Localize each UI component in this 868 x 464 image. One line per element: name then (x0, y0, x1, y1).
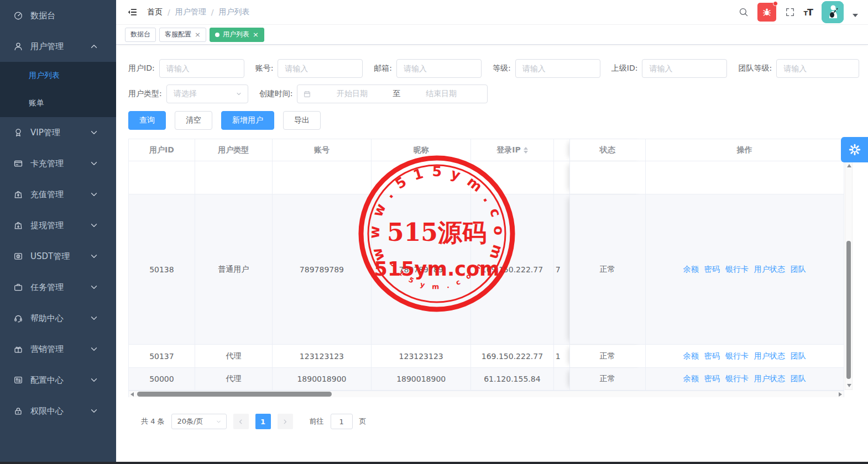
sidebar-item-withdraw-management[interactable]: 提现管理 (0, 210, 116, 241)
account-input[interactable] (278, 59, 363, 78)
cell-nickname: 1890018900 (372, 368, 471, 390)
user-status-link[interactable]: 用户状态 (754, 374, 785, 384)
scroll-up-arrow-icon[interactable] (847, 164, 851, 167)
user-id-input[interactable] (159, 59, 244, 78)
vertical-scrollbar[interactable] (845, 161, 853, 390)
balance-link[interactable]: 余额 (683, 265, 699, 275)
tab-customer-service-config[interactable]: 客服配置 × (159, 28, 206, 42)
sidebar-item-label: 提现管理 (30, 220, 64, 231)
sidebar-item-bills[interactable]: 账单 (0, 89, 116, 117)
fullscreen-icon[interactable] (785, 7, 795, 17)
total-count: 共 4 条 (141, 416, 165, 426)
clear-button[interactable]: 清空 (175, 111, 212, 130)
close-icon[interactable]: × (253, 30, 259, 39)
bug-report-button[interactable] (757, 3, 776, 22)
goto-page-input[interactable] (331, 414, 353, 429)
chevron-down-icon (216, 419, 222, 425)
prev-page-button[interactable] (233, 414, 249, 429)
user-status-link[interactable]: 用户状态 (754, 265, 785, 275)
horizontal-scrollbar[interactable] (129, 391, 844, 397)
sidebar-item-usdt-management[interactable]: USDT管理 (0, 241, 116, 272)
export-button[interactable]: 导出 (283, 111, 321, 130)
next-page-button[interactable] (278, 414, 293, 429)
chevron-down-icon (89, 282, 99, 292)
user-type-select[interactable]: 请选择 (166, 85, 248, 103)
permission-lock-icon (13, 406, 23, 416)
horizontal-scrollbar-thumb[interactable] (137, 392, 332, 397)
team-link[interactable]: 团队 (791, 265, 806, 275)
parent-id-input[interactable] (642, 59, 727, 78)
col-login-ip[interactable]: 登录IP (471, 139, 554, 161)
scroll-right-arrow-icon[interactable] (839, 392, 842, 397)
sidebar-item-label: 卡充管理 (30, 159, 64, 169)
sidebar-item-marketing-management[interactable]: 营销管理 (0, 334, 116, 365)
chevron-down-icon (89, 313, 99, 323)
calendar-icon (303, 90, 311, 98)
sidebar-item-deposit-management[interactable]: 充值管理 (0, 179, 116, 210)
search-button[interactable]: 查询 (128, 111, 166, 130)
breadcrumb-user-management[interactable]: 用户管理 (175, 7, 206, 17)
font-size-icon[interactable]: TT (804, 7, 813, 18)
bank-card-link[interactable]: 银行卡 (725, 351, 749, 361)
password-link[interactable]: 密码 (704, 265, 720, 275)
team-link[interactable]: 团队 (791, 374, 806, 384)
chevron-down-icon (89, 406, 99, 416)
settings-fab-button[interactable] (841, 137, 868, 162)
vertical-scrollbar-thumb[interactable] (846, 241, 851, 379)
sidebar-item-label: VIP管理 (30, 128, 60, 138)
chevron-right-icon (282, 419, 288, 425)
topbar: 首页 / 用户管理 / 用户列表 TT (116, 0, 868, 25)
sidebar-item-user-list[interactable]: 用户列表 (0, 62, 116, 89)
account-label: 账号: (255, 64, 274, 73)
sidebar-item-user-management[interactable]: 用户管理 (0, 31, 116, 62)
chevron-down-icon (89, 344, 99, 354)
avatar[interactable] (822, 1, 844, 23)
breadcrumb-home[interactable]: 首页 (147, 7, 163, 17)
collapse-sidebar-icon[interactable] (127, 7, 137, 17)
add-user-button[interactable]: 新增用户 (221, 111, 274, 130)
search-icon[interactable] (739, 7, 749, 17)
team-level-input[interactable] (776, 59, 859, 78)
sidebar-item-vip-management[interactable]: VIP管理 (0, 117, 116, 148)
col-user-type: 用户类型 (195, 139, 273, 161)
bank-card-link[interactable]: 银行卡 (725, 265, 749, 275)
sidebar-item-permission-center[interactable]: 权限中心 (0, 396, 116, 426)
user-menu-caret-icon[interactable] (853, 14, 858, 17)
team-link[interactable]: 团队 (791, 351, 806, 361)
user-table: 用户ID 用户类型 账号 昵称 登录IP 状态 操作 50138 (128, 139, 844, 397)
sort-carets-icon[interactable] (524, 147, 528, 154)
table-row: 50138 普通用户 789789789 789789789 169.150.2… (129, 194, 844, 345)
chevron-down-icon (89, 159, 99, 168)
sidebar-item-card-recharge[interactable]: 卡充管理 (0, 148, 116, 179)
cell-user-type: 普通用户 (195, 194, 273, 344)
sidebar-item-label: 营销管理 (30, 344, 64, 355)
sidebar-item-task-management[interactable]: 任务管理 (0, 272, 116, 303)
password-link[interactable]: 密码 (704, 374, 720, 384)
scroll-left-arrow-icon[interactable] (130, 392, 134, 397)
cell-account: 123123123 (273, 345, 372, 367)
page-number-button[interactable]: 1 (255, 414, 271, 429)
tab-dashboard[interactable]: 数据台 (125, 28, 156, 42)
password-link[interactable]: 密码 (704, 351, 720, 361)
balance-link[interactable]: 余额 (683, 351, 699, 361)
cell-operations: 余额 密码 银行卡 用户状态 团队 (646, 368, 844, 390)
sidebar-item-dashboard[interactable]: 数据台 (0, 0, 116, 31)
start-date-placeholder: 开始日期 (311, 89, 393, 99)
email-input[interactable] (396, 59, 482, 78)
col-operations: 操作 (646, 139, 844, 161)
user-status-link[interactable]: 用户状态 (754, 351, 785, 361)
sidebar-item-config-center[interactable]: 配置中心 (0, 365, 116, 396)
created-time-range-picker[interactable]: 开始日期 至 结束日期 (297, 85, 488, 103)
balance-link[interactable]: 余额 (683, 374, 699, 384)
close-icon[interactable]: × (195, 30, 201, 39)
sidebar-item-help-center[interactable]: 帮助中心 (0, 303, 116, 334)
level-input[interactable] (515, 59, 600, 78)
scroll-down-arrow-icon[interactable] (847, 384, 851, 387)
parent-id-label: 上级ID: (611, 64, 638, 73)
table-header-row: 用户ID 用户类型 账号 昵称 登录IP 状态 操作 (129, 139, 844, 161)
tags-view-bar: 数据台 客服配置 × 用户列表 × (116, 25, 868, 45)
bank-card-link[interactable]: 银行卡 (725, 374, 749, 384)
page-size-select[interactable]: 20条/页 (171, 414, 227, 429)
chevron-down-icon (89, 251, 99, 261)
tab-user-list[interactable]: 用户列表 × (210, 28, 264, 42)
